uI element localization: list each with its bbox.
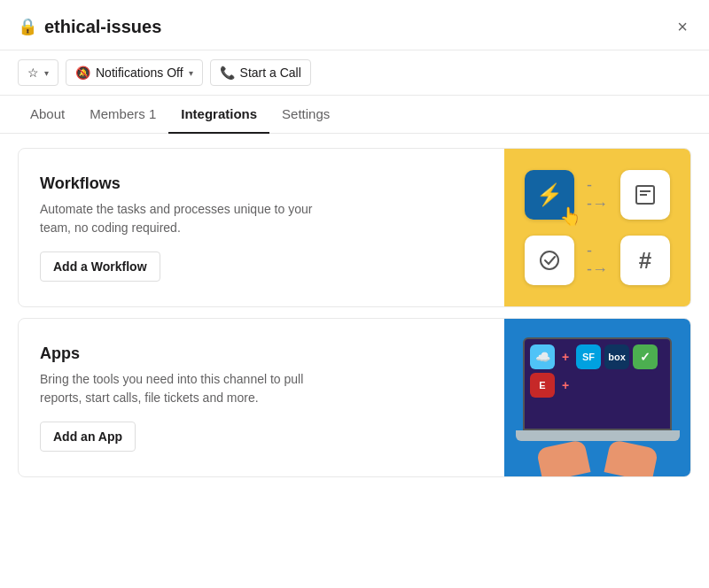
app-icon-box: box [604, 344, 629, 369]
close-button[interactable]: × [674, 14, 691, 39]
bell-icon: 🔕 [75, 66, 90, 80]
tab-integrations[interactable]: Integrations [168, 96, 269, 134]
start-call-button[interactable]: 📞 Start a Call [210, 59, 311, 86]
right-hand [604, 439, 659, 476]
laptop-base [516, 430, 680, 441]
notifications-label: Notifications Off [96, 66, 183, 80]
notifications-chevron-icon: ▾ [189, 68, 193, 78]
apps-card-content: Apps Bring the tools you need into this … [19, 319, 504, 476]
workflow-text-box [620, 170, 670, 220]
notifications-button[interactable]: 🔕 Notifications Off ▾ [66, 59, 203, 86]
channel-title: 🔒 ethical-issues [18, 17, 161, 37]
workflows-title: Workflows [40, 174, 483, 193]
app-icon-red: E [530, 373, 555, 398]
apps-description: Bring the tools you need into this chann… [40, 370, 341, 407]
workflow-check-box [525, 236, 574, 285]
tab-about[interactable]: About [18, 96, 77, 134]
workflows-card-content: Workflows Automate the tasks and process… [19, 149, 504, 306]
app-icon-cloud: ☁️ [530, 344, 555, 369]
apps-card: Apps Bring the tools you need into this … [18, 318, 691, 477]
channel-name: ethical-issues [44, 17, 161, 37]
plus-icon-2: + [558, 373, 573, 398]
plus-icon-1: + [558, 344, 573, 369]
lock-icon: 🔒 [18, 17, 37, 36]
add-app-button[interactable]: Add an App [40, 422, 136, 452]
start-call-label: Start a Call [240, 66, 301, 80]
app-icon-check: ✓ [633, 344, 658, 369]
toolbar: ☆ ▾ 🔕 Notifications Off ▾ 📞 Start a Call [0, 50, 709, 96]
dialog-header: 🔒 ethical-issues × [0, 0, 709, 50]
workflow-arrow-2: - -→ [587, 242, 608, 279]
workflows-description: Automate the tasks and processes unique … [40, 200, 341, 237]
svg-point-3 [541, 251, 558, 269]
hands-area [544, 443, 651, 476]
star-icon: ☆ [27, 66, 39, 80]
laptop-screen: ☁️ + SF box ✓ E + [523, 337, 672, 430]
workflow-hash-box: # [620, 236, 670, 285]
tab-settings[interactable]: Settings [269, 96, 342, 134]
main-content: Workflows Automate the tasks and process… [0, 134, 709, 491]
tabs-nav: About Members 1 Integrations Settings [0, 96, 709, 134]
workflow-arrow-1: - -→ [587, 176, 608, 213]
add-workflow-button[interactable]: Add a Workflow [40, 251, 160, 282]
apps-title: Apps [40, 344, 483, 363]
workflows-card: Workflows Automate the tasks and process… [18, 148, 691, 307]
apps-illustration: ☁️ + SF box ✓ E + [504, 319, 690, 476]
star-chevron-icon: ▾ [44, 68, 49, 78]
star-button[interactable]: ☆ ▾ [18, 59, 58, 86]
app-icon-salesforce: SF [576, 344, 601, 369]
phone-icon: 📞 [220, 66, 235, 80]
left-hand [536, 439, 591, 476]
workflows-illustration: ⚡ 👆 - -→ [504, 149, 690, 306]
workflow-bolt-box: ⚡ 👆 [525, 170, 574, 220]
tab-members[interactable]: Members 1 [77, 96, 168, 134]
